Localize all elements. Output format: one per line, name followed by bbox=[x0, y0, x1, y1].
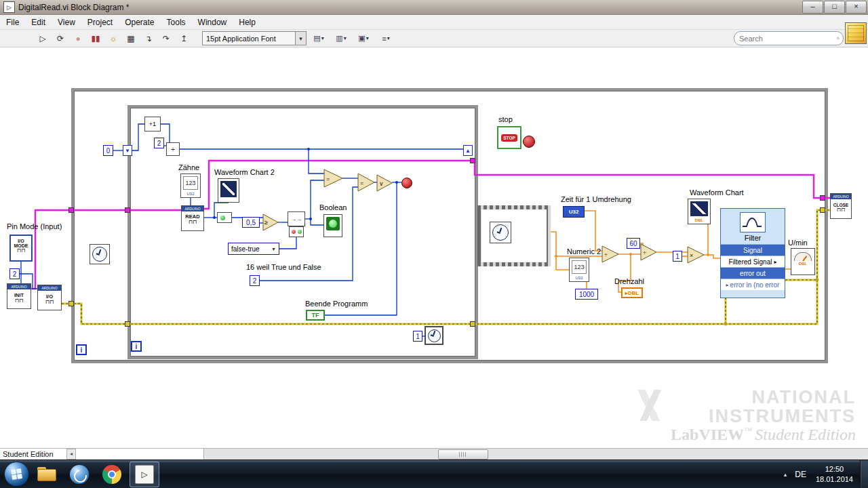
run-button[interactable]: ▷ bbox=[34, 31, 52, 46]
align-objects-button[interactable]: ▤ ▾ bbox=[309, 31, 329, 46]
search-input[interactable] bbox=[738, 34, 837, 43]
tick-count-node[interactable] bbox=[490, 222, 511, 243]
block-diagram-canvas[interactable]: ≥ = = ∨ ÷ ÷ × i i ▼ ▲ Pin Mode (Input) I… bbox=[0, 47, 868, 448]
taskbar-chrome-button[interactable] bbox=[97, 462, 127, 487]
tunnel[interactable] bbox=[820, 207, 825, 213]
flat-sequence-structure[interactable] bbox=[477, 205, 551, 266]
maximize-button[interactable]: □ bbox=[824, 1, 845, 14]
minimize-button[interactable]: – bbox=[802, 1, 823, 14]
numeric2-label[interactable]: Numeric 2 bbox=[567, 247, 601, 256]
vi-icon-pane[interactable] bbox=[845, 22, 867, 44]
drehzahl-dbl-terminal[interactable]: ▸ DBL bbox=[621, 287, 643, 298]
modulo-constant[interactable]: 2 bbox=[154, 138, 164, 148]
tunnel[interactable] bbox=[125, 207, 130, 213]
zeit-label[interactable]: Zeit für 1 Umdrehung bbox=[561, 195, 631, 203]
menu-item-operate[interactable]: Operate bbox=[119, 16, 160, 29]
arduino-init-node[interactable]: ARDUINO INIT ⊓⊓ bbox=[7, 283, 31, 309]
error-wires[interactable] bbox=[62, 210, 830, 324]
stop-indicator-led[interactable] bbox=[523, 136, 535, 148]
u32-terminal[interactable]: U32 bbox=[563, 206, 585, 218]
scrollbar-thumb[interactable] bbox=[438, 449, 488, 460]
drehzahl-label[interactable]: Drehzahl bbox=[614, 277, 644, 285]
clock[interactable]: 12:50 18.01.2014 bbox=[816, 464, 853, 484]
horizontal-scrollbar[interactable] bbox=[203, 449, 868, 460]
retain-wire-values-button[interactable]: ▦ bbox=[122, 31, 140, 46]
titlebar[interactable]: ▷ DigitalRead.vi Block Diagram * – □ × bbox=[0, 0, 868, 15]
integer-wires[interactable] bbox=[20, 124, 463, 336]
search-box[interactable] bbox=[734, 31, 844, 45]
waveform-chart-label[interactable]: Waveform Chart bbox=[690, 188, 744, 197]
numeric2-node[interactable]: 123 U32 bbox=[569, 258, 589, 282]
threshold-constant[interactable]: 0,5 bbox=[242, 217, 260, 228]
waveform-chart2-label[interactable]: Waveform Chart 2 bbox=[214, 168, 275, 176]
menu-item-project[interactable]: Project bbox=[81, 16, 119, 29]
menu-item-help[interactable]: Help bbox=[233, 16, 262, 29]
arduino-io-node[interactable]: ARDUINO I/O ⊓⊓ bbox=[37, 285, 62, 310]
zaehne-label[interactable]: Zähne bbox=[178, 163, 199, 171]
outer-loop-iteration-terminal[interactable]: i bbox=[76, 344, 87, 355]
quotient-remainder-node[interactable]: ÷ bbox=[166, 142, 180, 156]
sixteen-label[interactable]: 16 weil True und False bbox=[246, 263, 321, 271]
enum-constant[interactable]: false-true ▼ bbox=[228, 243, 279, 255]
waveform-chart2-node[interactable] bbox=[218, 178, 239, 203]
dc-indicator-node[interactable] bbox=[217, 212, 232, 223]
distribute-objects-button[interactable]: ▥ ▾ bbox=[331, 31, 351, 46]
show-desktop-button[interactable] bbox=[860, 460, 868, 488]
thousand-constant[interactable]: 1000 bbox=[575, 289, 598, 300]
resource-wires[interactable] bbox=[31, 161, 830, 289]
highlight-execution-button[interactable]: ☼ bbox=[104, 31, 122, 46]
select-leds-node[interactable] bbox=[289, 226, 304, 237]
inner-loop-iteration-terminal[interactable]: i bbox=[131, 341, 142, 352]
io-mode-node[interactable]: I/O MODE ⊓⊓ bbox=[9, 235, 33, 262]
gain-constant[interactable]: 1 bbox=[673, 251, 682, 262]
stop-label[interactable]: stop bbox=[498, 115, 513, 123]
waveform-chart-node[interactable]: DBL bbox=[688, 199, 711, 224]
filter-row-error-in[interactable]: ▸ error in (no error bbox=[721, 279, 785, 290]
scroll-left-button[interactable]: ◂ bbox=[66, 449, 76, 460]
step-out-button[interactable]: ↥ bbox=[175, 31, 193, 46]
wait-constant[interactable]: 1 bbox=[413, 331, 422, 342]
abort-button[interactable]: ● bbox=[69, 31, 87, 46]
increment-node[interactable]: +1 bbox=[144, 117, 161, 131]
taskbar-explorer-button[interactable] bbox=[32, 462, 62, 487]
arduino-close-node[interactable]: ARDUINO CLOSE ⊓⊓ bbox=[830, 193, 852, 219]
taskbar-browser-button[interactable] bbox=[64, 462, 94, 487]
stop-led-node[interactable] bbox=[401, 178, 412, 188]
wait-ms-node[interactable] bbox=[90, 244, 110, 264]
filter-row-filtered-signal[interactable]: Filtered Signal ▸ bbox=[721, 256, 785, 267]
tunnel[interactable] bbox=[68, 207, 74, 213]
shift-register-right[interactable]: ▲ bbox=[463, 145, 473, 156]
beende-label[interactable]: Beende Programm bbox=[305, 300, 368, 308]
menu-item-window[interactable]: Window bbox=[192, 16, 233, 29]
step-over-button[interactable]: ↷ bbox=[157, 31, 175, 46]
arduino-read-node[interactable]: ARDUINO READ ⊓⊓ bbox=[181, 205, 204, 231]
umin-gauge-node[interactable]: DBL bbox=[791, 248, 815, 275]
start-button[interactable] bbox=[4, 462, 29, 487]
pin-constant[interactable]: 2 bbox=[9, 268, 20, 279]
run-continuous-button[interactable]: ⟳ bbox=[52, 31, 69, 46]
wait-next-ms-node[interactable] bbox=[425, 326, 443, 345]
stop-button-node[interactable]: STOP bbox=[497, 126, 521, 149]
menu-item-edit[interactable]: Edit bbox=[25, 16, 52, 29]
filter-row-signal[interactable]: Signal bbox=[721, 244, 785, 256]
tunnel[interactable] bbox=[470, 321, 475, 327]
boolean-led-node[interactable] bbox=[323, 214, 342, 237]
pause-button[interactable]: ▮▮ bbox=[87, 31, 104, 46]
tray-expand-icon[interactable]: ▴ bbox=[784, 471, 787, 478]
step-into-button[interactable]: ↴ bbox=[140, 31, 157, 46]
select-node[interactable]: →→ bbox=[288, 211, 305, 226]
sixty-constant[interactable]: 60 bbox=[627, 238, 640, 249]
tunnel[interactable] bbox=[68, 301, 74, 306]
zero-constant[interactable]: 0 bbox=[103, 145, 113, 156]
boolean-label[interactable]: Boolean bbox=[319, 203, 347, 211]
tunnel[interactable] bbox=[125, 321, 130, 327]
taskbar-labview-button[interactable]: ▷ bbox=[130, 462, 159, 487]
compare-constant[interactable]: 2 bbox=[250, 275, 260, 286]
reorder-button[interactable]: ≡ ▾ bbox=[376, 31, 396, 46]
menu-item-tools[interactable]: Tools bbox=[161, 16, 192, 29]
tunnel[interactable] bbox=[470, 158, 475, 163]
tunnel[interactable] bbox=[820, 195, 825, 201]
umin-label[interactable]: U/min bbox=[788, 239, 808, 247]
shift-register-left[interactable]: ▼ bbox=[123, 145, 132, 156]
filter-express-vi[interactable]: Filter Signal Filtered Signal ▸ error ou… bbox=[720, 208, 785, 298]
